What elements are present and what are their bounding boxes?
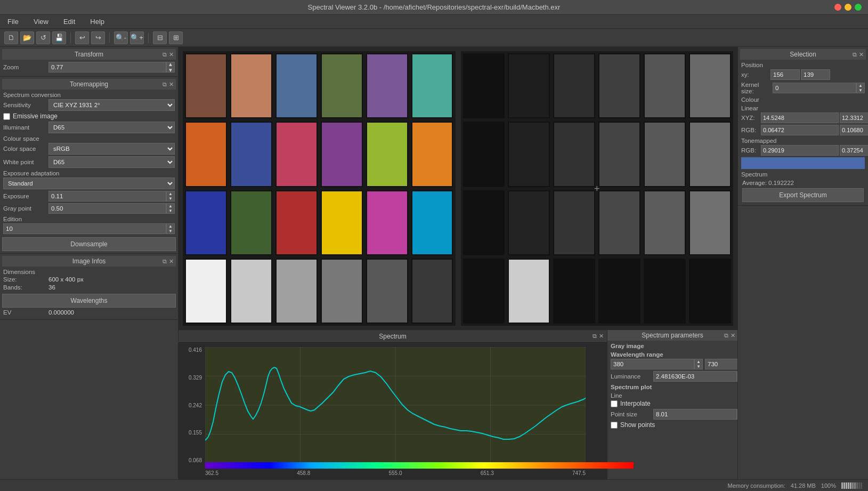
luminance-input[interactable] xyxy=(653,371,737,382)
selection-header-icons: ⧉ ✕ xyxy=(853,51,864,58)
spectrum-chart: 0.416 0.329 0.242 0.155 0.068 xyxy=(179,343,607,479)
rgb-g-input[interactable] xyxy=(840,125,868,135)
image-infos-close-icon[interactable]: ✕ xyxy=(169,258,174,265)
emissive-label: Emissive image xyxy=(13,112,58,120)
selection-section: Selection ⧉ ✕ Position xy: Kernel size: … xyxy=(738,47,868,206)
luminance-label: Luminance xyxy=(611,373,653,380)
macbeth-left xyxy=(183,51,456,326)
macbeth-right-cell-13 xyxy=(508,190,550,255)
spectrum-close-icon[interactable]: ✕ xyxy=(599,333,604,340)
white-point-select[interactable]: D65 xyxy=(48,156,175,168)
edition-label: Edition xyxy=(3,216,175,222)
macbeth-left-cell-9 xyxy=(321,122,363,187)
tonemapping-close-icon[interactable]: ✕ xyxy=(169,81,174,88)
kernel-spin[interactable]: ▲▼ xyxy=(856,83,865,93)
sp-detach-icon[interactable]: ⧉ xyxy=(724,332,728,339)
exposure-spin[interactable]: ▲▼ xyxy=(166,191,175,202)
close-button[interactable] xyxy=(834,4,841,11)
downsample-button[interactable]: Downsample xyxy=(2,237,176,251)
dimensions-label: Dimensions xyxy=(3,269,175,275)
tonemapping-title: Tonemapping xyxy=(70,81,108,88)
redo-button[interactable]: ↪ xyxy=(91,31,105,44)
sensitivity-select[interactable]: CIE XYZ 1931 2° xyxy=(48,99,175,111)
edition-spin[interactable]: ▲▼ xyxy=(166,223,175,234)
macbeth-left-cell-18 xyxy=(185,259,227,324)
interpolate-checkbox[interactable] xyxy=(611,400,618,407)
size-value: 600 x 400 px xyxy=(48,276,84,283)
refresh-button[interactable]: ↺ xyxy=(36,31,50,44)
xyz-x-input[interactable] xyxy=(761,112,839,123)
transform-close-icon[interactable]: ✕ xyxy=(169,51,174,58)
exposure-adapt-select[interactable]: Standard xyxy=(3,178,175,189)
gray-point-spin[interactable]: ▲▼ xyxy=(166,203,175,214)
open-button[interactable]: 📂 xyxy=(20,31,34,44)
selection-detach-icon[interactable]: ⧉ xyxy=(853,51,857,58)
macbeth-right-cell-21 xyxy=(598,259,640,324)
zoom-input[interactable] xyxy=(48,62,166,73)
image-infos-detach-icon[interactable]: ⧉ xyxy=(163,258,167,265)
menu-edit[interactable]: Edit xyxy=(60,17,78,27)
image-area[interactable]: + xyxy=(179,47,737,330)
svg-rect-19 xyxy=(858,482,860,489)
y-label-2: 0.242 xyxy=(182,403,202,408)
panel-toggle-button[interactable]: ⊟ xyxy=(153,31,167,44)
point-size-input[interactable] xyxy=(653,409,737,420)
xyz-y-input[interactable] xyxy=(840,112,868,123)
fit-button[interactable]: ⊞ xyxy=(169,31,183,44)
macbeth-right-cell-10 xyxy=(644,122,686,187)
toolbar-sep-3 xyxy=(148,33,149,43)
y-input[interactable] xyxy=(801,69,830,80)
zoom-in-button[interactable]: 🔍+ xyxy=(130,31,144,44)
transform-header-icons: ⧉ ✕ xyxy=(163,51,174,58)
undo-button[interactable]: ↩ xyxy=(75,31,89,44)
tm-rgb-r-input[interactable] xyxy=(761,145,839,156)
xyz-row: XYZ: xyxy=(740,112,866,123)
macbeth-right-cell-0 xyxy=(463,53,505,118)
svg-rect-14 xyxy=(848,482,849,489)
spectrum-plot-label: Spectrum plot xyxy=(611,384,734,390)
macbeth-right-cell-15 xyxy=(598,190,640,255)
show-points-checkbox[interactable] xyxy=(611,422,618,429)
tonemapping-detach-icon[interactable]: ⧉ xyxy=(163,81,167,88)
kernel-input[interactable] xyxy=(773,83,856,93)
zoom-spin[interactable]: ▲▼ xyxy=(166,62,175,73)
menu-file[interactable]: File xyxy=(4,17,22,27)
color-space-select[interactable]: sRGB xyxy=(48,143,175,155)
new-button[interactable]: 🗋 xyxy=(4,31,18,44)
emissive-checkbox[interactable] xyxy=(3,113,10,120)
macbeth-right-cell-12 xyxy=(463,190,505,255)
window-controls xyxy=(834,4,862,11)
selection-title: Selection xyxy=(790,51,816,58)
macbeth-right-cell-18 xyxy=(463,259,505,324)
wavelengths-button[interactable]: Wavelengths xyxy=(2,294,176,308)
wl-min-spin[interactable]: ▲▼ xyxy=(694,359,703,369)
menu-help[interactable]: Help xyxy=(87,17,108,27)
macbeth-left-cell-11 xyxy=(411,122,453,187)
zoom-label: Zoom xyxy=(3,64,48,70)
rgb-r-input[interactable] xyxy=(761,125,839,135)
macbeth-left-cell-21 xyxy=(321,259,363,324)
sp-close-icon[interactable]: ✕ xyxy=(731,332,735,339)
titlebar: Spectral Viewer 3.2.0b - /home/afichet/R… xyxy=(0,0,868,15)
sp-header-icons: ⧉ ✕ xyxy=(724,332,735,339)
save-button[interactable]: 💾 xyxy=(52,31,66,44)
menu-view[interactable]: View xyxy=(30,17,52,27)
wl-min-input[interactable] xyxy=(611,359,694,369)
transform-detach-icon[interactable]: ⧉ xyxy=(163,51,167,58)
wl-max-input[interactable] xyxy=(705,359,737,369)
edition-input[interactable] xyxy=(3,223,166,234)
zoom-out-button[interactable]: 🔍- xyxy=(114,31,128,44)
export-spectrum-button[interactable]: Export Spectrum xyxy=(742,188,864,202)
gray-point-input[interactable] xyxy=(48,203,166,214)
selection-close-icon[interactable]: ✕ xyxy=(859,51,864,58)
ev-value: 0.000000 xyxy=(48,309,74,316)
spectrum-detach-icon[interactable]: ⧉ xyxy=(593,333,597,340)
minimize-button[interactable] xyxy=(845,4,851,11)
rainbow-bar xyxy=(205,462,634,469)
tm-rgb-g-input[interactable] xyxy=(840,145,868,156)
x-input[interactable] xyxy=(770,69,800,80)
svg-rect-15 xyxy=(850,482,851,489)
illuminant-select[interactable]: D65 xyxy=(48,122,175,133)
exposure-input[interactable] xyxy=(48,191,166,202)
maximize-button[interactable] xyxy=(855,4,862,11)
